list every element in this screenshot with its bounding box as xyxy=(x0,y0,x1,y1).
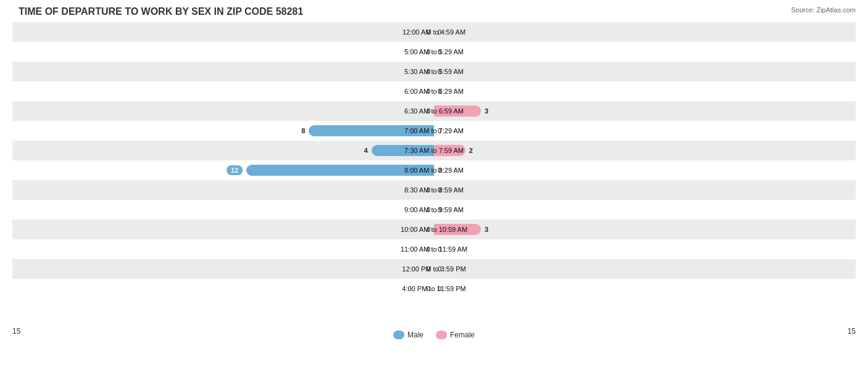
time-label: 5:30 AM to 5:59 AM xyxy=(404,68,464,75)
legend-male-label: Male xyxy=(407,331,424,339)
female-value: 0 xyxy=(438,245,441,253)
male-value-badge: 12 xyxy=(227,165,243,175)
table-row: 05:00 AM to 5:29 AM0 xyxy=(12,42,856,62)
female-value: 0 xyxy=(438,167,441,174)
legend-female-label: Female xyxy=(450,331,475,339)
table-row: 08:30 AM to 8:59 AM0 xyxy=(12,180,856,200)
table-row: 011:00 AM to 11:59 AM0 xyxy=(12,239,856,259)
male-value: 0 xyxy=(427,245,430,253)
male-value: 0 xyxy=(427,107,430,115)
female-swatch xyxy=(436,331,447,339)
table-row: 47:30 AM to 7:59 AM2 xyxy=(12,141,856,160)
time-label: 6:00 AM to 6:29 AM xyxy=(404,88,464,95)
table-row: 06:00 AM to 6:29 AM0 xyxy=(12,81,856,101)
male-value: 0 xyxy=(427,48,430,56)
male-value: 4 xyxy=(364,147,368,154)
time-label: 5:00 AM to 5:29 AM xyxy=(404,48,464,56)
time-label: 11:00 AM to 11:59 AM xyxy=(401,245,467,253)
legend: Male Female xyxy=(393,331,475,339)
legend-male: Male xyxy=(393,331,424,339)
male-bar xyxy=(246,165,434,176)
male-value: 0 xyxy=(427,265,430,273)
axis-left-label: 15 xyxy=(12,327,20,339)
time-label: 8:30 AM to 8:59 AM xyxy=(404,186,464,194)
time-label: 12:00 AM to 4:59 AM xyxy=(403,28,465,36)
female-value: 0 xyxy=(438,186,441,194)
female-value: 2 xyxy=(469,147,473,154)
male-value: 0 xyxy=(427,285,430,292)
axis-right-label: 15 xyxy=(848,327,856,339)
male-value: 8 xyxy=(301,127,305,134)
male-value: 0 xyxy=(427,206,430,213)
female-bar xyxy=(434,224,481,235)
male-value: 0 xyxy=(427,28,430,36)
table-row: 128:00 AM to 8:29 AM012 xyxy=(12,160,856,180)
legend-female: Female xyxy=(436,331,475,339)
male-value: 0 xyxy=(427,226,430,233)
male-value: 0 xyxy=(427,68,430,75)
table-row: 09:00 AM to 9:59 AM0 xyxy=(12,200,856,220)
table-row: 012:00 AM to 4:59 AM0 xyxy=(12,22,856,42)
female-value: 0 xyxy=(438,48,441,56)
female-value: 0 xyxy=(438,206,441,213)
female-bar xyxy=(434,145,465,156)
time-label: 4:00 PM to 11:59 PM xyxy=(402,285,465,292)
chart-title: TIME OF DEPARTURE TO WORK BY SEX IN ZIP … xyxy=(12,6,856,17)
female-value: 0 xyxy=(438,88,441,95)
female-value: 0 xyxy=(438,68,441,75)
female-value: 0 xyxy=(438,28,441,36)
chart-container: TIME OF DEPARTURE TO WORK BY SEX IN ZIP … xyxy=(0,0,868,367)
male-value: 0 xyxy=(427,186,430,194)
female-value: 0 xyxy=(438,285,441,292)
time-label: 12:00 PM to 3:59 PM xyxy=(402,265,465,273)
table-row: 010:00 AM to 10:59 AM3 xyxy=(12,220,856,239)
table-row: 04:00 PM to 11:59 PM0 xyxy=(12,279,856,299)
time-label: 9:00 AM to 9:59 AM xyxy=(404,206,464,213)
female-bar xyxy=(434,105,481,117)
table-row: 06:30 AM to 6:59 AM3 xyxy=(12,101,856,121)
table-row: 87:00 AM to 7:29 AM0 xyxy=(12,121,856,141)
male-bar xyxy=(372,145,434,156)
male-bar xyxy=(309,125,434,136)
female-value: 3 xyxy=(485,226,488,233)
table-row: 012:00 PM to 3:59 PM0 xyxy=(12,259,856,279)
source-text: Source: ZipAtlas.com xyxy=(791,6,856,14)
female-value: 3 xyxy=(485,107,488,115)
female-value: 0 xyxy=(438,127,441,134)
male-value: 0 xyxy=(427,88,430,95)
male-swatch xyxy=(393,331,404,339)
female-value: 0 xyxy=(438,265,441,273)
table-row: 05:30 AM to 5:59 AM0 xyxy=(12,62,856,81)
